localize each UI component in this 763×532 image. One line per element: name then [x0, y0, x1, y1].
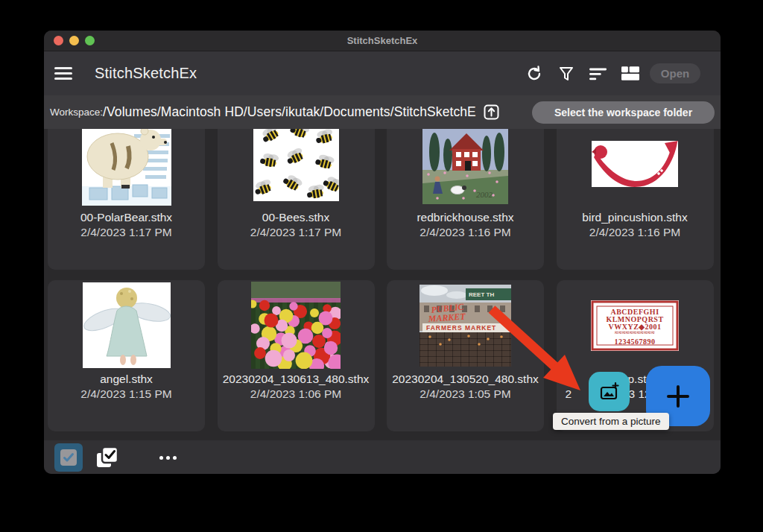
- workspace-bar: Workspace: /Volumes/Macintosh HD/Users/i…: [44, 95, 721, 129]
- file-date: 2/4/2023 1:16 PM: [387, 225, 544, 240]
- file-card[interactable]: bird_pincushion.sthx2/4/2023 1:16 PM: [557, 129, 714, 270]
- file-card[interactable]: 00-PolarBear.sthx2/4/2023 1:17 PM: [48, 129, 205, 270]
- window-title: StitchSketchEx: [44, 31, 721, 51]
- file-card[interactable]: 20230204_130613_480.sthx2/4/2023 1:06 PM: [218, 280, 375, 431]
- file-name: 20230204_130613_480.sthx: [219, 372, 373, 387]
- file-name: bird_pincushion.sthx: [560, 210, 710, 225]
- convert-from-picture-icon: [599, 381, 620, 402]
- file-card[interactable]: 00-Bees.sthx2/4/2023 1:17 PM: [218, 129, 375, 270]
- file-name: angel.sthx: [51, 372, 201, 387]
- file-thumbnail-public-market-photo: REET THPUBLICMARKETFARMERS MARKET: [387, 280, 544, 370]
- open-folder-icon[interactable]: [483, 104, 500, 121]
- file-name: redbrickhouse.sthx: [390, 210, 540, 225]
- file-date: 2/4/2023 1:17 PM: [48, 225, 205, 240]
- file-name: 00-Bees.sthx: [221, 210, 371, 225]
- file-thumbnail-bees-pattern: [218, 129, 375, 209]
- svg-text:FARMERS MARKET: FARMERS MARKET: [426, 324, 496, 332]
- app-window: StitchSketchEx StitchSketchEx Open Works…: [44, 31, 721, 474]
- file-date: 2/4/2023 1:06 PM: [218, 387, 375, 402]
- file-thumbnail-red-alphabet-sampler: ABCDEFGHIKLMNOPQRSTVWXYZ◆2001≈≈≈≈≈≈≈≈≈≈≈…: [557, 280, 714, 370]
- file-thumbnail-angel-pixel-art: [48, 280, 205, 370]
- svg-text:REET TH: REET TH: [469, 291, 494, 298]
- toolbar-icons: [525, 65, 639, 83]
- file-date: 2/4/2023 1:15 PM: [48, 387, 205, 402]
- filter-icon[interactable]: [557, 65, 575, 83]
- select-mode-toggle[interactable]: [54, 443, 83, 472]
- file-card[interactable]: angel.sthx2/4/2023 1:15 PM: [48, 280, 205, 431]
- file-card[interactable]: 2002redbrickhouse.sthx2/4/2023 1:16 PM: [387, 129, 544, 270]
- select-all-icon[interactable]: [95, 446, 119, 470]
- file-thumbnail-polar-bear-pixel-art: [48, 129, 205, 209]
- toolbar: StitchSketchEx Open: [44, 51, 721, 95]
- open-button[interactable]: Open: [650, 63, 700, 83]
- app-title: StitchSketchEx: [95, 65, 197, 82]
- refresh-icon[interactable]: [525, 65, 543, 83]
- bottom-toolbar: [44, 440, 721, 474]
- workspace-path: /Volumes/Macintosh HD/Users/ikutak/Docum…: [103, 104, 476, 120]
- workspace-label: Workspace:: [50, 107, 103, 118]
- file-date: 2/4/2023 1:16 PM: [557, 225, 714, 240]
- convert-from-picture-button[interactable]: [589, 372, 630, 411]
- svg-text:1234567890: 1234567890: [615, 338, 656, 346]
- hamburger-menu-icon[interactable]: [54, 67, 72, 80]
- file-name: 00-PolarBear.sthx: [51, 210, 201, 225]
- svg-text:≈≈≈≈≈≈≈≈≈≈≈: ≈≈≈≈≈≈≈≈≈≈≈: [615, 329, 655, 336]
- file-name: 20230204_130520_480.sthx: [390, 372, 540, 387]
- file-thumbnail-red-brick-house-sampler: 2002: [387, 129, 544, 209]
- file-thumbnail-red-bird: [557, 129, 714, 209]
- titlebar: StitchSketchEx: [44, 31, 721, 51]
- plus-icon: [664, 382, 692, 411]
- file-thumbnail-tulip-field-photo: [218, 280, 375, 370]
- sort-icon[interactable]: [589, 65, 607, 83]
- select-workspace-folder-button[interactable]: Select the workspace folder: [532, 101, 715, 124]
- partially-hidden-name-fragment: p.st: [628, 373, 647, 386]
- svg-text:2002: 2002: [476, 190, 493, 199]
- more-options-icon[interactable]: [159, 456, 177, 460]
- file-date: 2/4/2023 1:17 PM: [218, 225, 375, 240]
- partially-hidden-date-fragment: 2: [566, 387, 572, 401]
- convert-tooltip: Convert from a picture: [553, 413, 669, 430]
- layout-icon[interactable]: [621, 65, 639, 83]
- file-card[interactable]: REET THPUBLICMARKETFARMERS MARKET2023020…: [387, 280, 544, 431]
- file-date: 2/4/2023 1:05 PM: [387, 387, 544, 402]
